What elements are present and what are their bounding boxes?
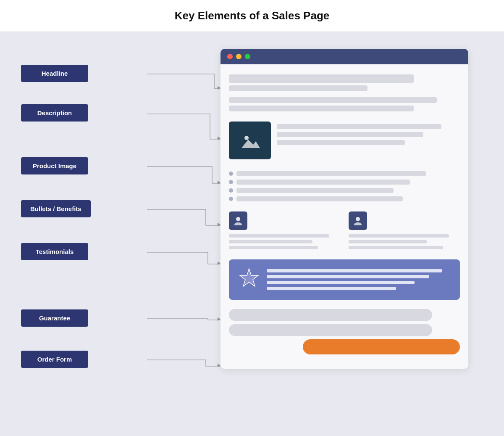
svg-marker-4 <box>218 262 220 265</box>
svg-point-10 <box>236 217 240 221</box>
bullet-bar-3 <box>236 188 394 193</box>
bullet-dot-4 <box>229 197 233 201</box>
seal-icon <box>237 268 261 291</box>
guarantee-line-4 <box>267 287 396 290</box>
guarantee-lines <box>267 269 452 290</box>
testimonial-item-1 <box>229 211 340 249</box>
testimonial-avatar-1 <box>229 211 247 230</box>
test-bar-2c <box>349 246 443 249</box>
page-title: Key Elements of a Sales Page <box>175 9 330 22</box>
test-bar-1b <box>229 240 312 243</box>
guarantee-line-1 <box>267 269 442 272</box>
desc-bar-2 <box>229 106 414 111</box>
labels-column: Headline Description Product Image Bulle… <box>21 49 147 402</box>
label-product-image: Product Image <box>21 157 88 174</box>
svg-marker-6 <box>218 364 220 367</box>
bullets-section <box>229 171 460 201</box>
guarantee-line-3 <box>267 281 415 284</box>
svg-marker-14 <box>240 269 258 286</box>
bullet-bar-1 <box>236 171 426 176</box>
person-icon-1 <box>234 216 243 225</box>
headline-badge: Headline <box>21 65 88 82</box>
product-image-badge: Product Image <box>21 157 88 174</box>
testimonial-item-2 <box>349 211 460 249</box>
svg-point-11 <box>234 222 242 225</box>
headline-bar-large <box>229 74 414 83</box>
label-order-form: Order Form <box>21 351 88 368</box>
desc-bar-1 <box>229 97 437 103</box>
label-headline: Headline <box>21 65 88 82</box>
test-bar-2b <box>349 240 427 243</box>
bullets-badge: Bullets / Benefits <box>21 200 91 217</box>
browser-titlebar <box>220 49 468 64</box>
svg-marker-1 <box>218 137 220 140</box>
person-icon-2 <box>353 216 362 225</box>
order-submit-button <box>303 339 460 354</box>
dot-yellow <box>236 54 242 59</box>
bullet-bar-4 <box>236 196 403 201</box>
product-text-bar-2 <box>277 132 423 137</box>
test-bar-1a <box>229 234 329 238</box>
svg-marker-5 <box>218 317 220 321</box>
header-bar: Key Elements of a Sales Page <box>0 0 504 32</box>
guarantee-line-2 <box>267 275 429 278</box>
dot-red <box>227 54 233 59</box>
order-input-2 <box>229 324 432 336</box>
testimonials-section <box>229 211 460 249</box>
svg-point-13 <box>354 222 362 225</box>
product-image-section <box>229 122 460 159</box>
bullet-row-3 <box>229 188 460 193</box>
label-bullets: Bullets / Benefits <box>21 200 91 217</box>
bullet-row-1 <box>229 171 460 176</box>
product-image-box <box>229 122 271 159</box>
label-description: Description <box>21 104 88 122</box>
test-bar-1c <box>229 246 318 249</box>
dot-green <box>245 54 250 59</box>
description-badge: Description <box>21 104 88 122</box>
label-guarantee: Guarantee <box>21 309 88 327</box>
guarantee-badge: Guarantee <box>21 309 88 327</box>
testimonial-avatar-2 <box>349 211 367 230</box>
bullet-row-2 <box>229 180 460 185</box>
bullet-dot-1 <box>229 172 233 176</box>
order-input-1 <box>229 309 432 321</box>
svg-marker-0 <box>218 86 220 90</box>
order-form-badge: Order Form <box>21 351 88 368</box>
description-section <box>229 97 460 111</box>
guarantee-section <box>229 259 460 300</box>
headline-bar-small <box>229 85 368 91</box>
order-form-section <box>229 309 460 354</box>
svg-marker-2 <box>218 181 220 184</box>
bullet-dot-2 <box>229 180 233 184</box>
svg-point-8 <box>244 136 249 140</box>
browser-body <box>220 64 468 369</box>
product-text-bar-3 <box>277 140 405 145</box>
product-text-bars <box>277 122 460 145</box>
headline-section <box>229 73 460 91</box>
product-text-bar-1 <box>277 124 441 129</box>
bullet-dot-3 <box>229 188 233 193</box>
svg-point-12 <box>356 217 360 221</box>
guarantee-seal <box>237 268 261 291</box>
bullet-row-4 <box>229 196 460 201</box>
browser-mockup <box>220 49 468 369</box>
image-icon <box>240 132 260 149</box>
svg-marker-3 <box>218 223 220 226</box>
test-bar-2a <box>349 234 449 238</box>
bullet-bar-2 <box>236 180 410 185</box>
testimonials-badge: Testimonials <box>21 243 88 260</box>
label-testimonials: Testimonials <box>21 243 88 260</box>
